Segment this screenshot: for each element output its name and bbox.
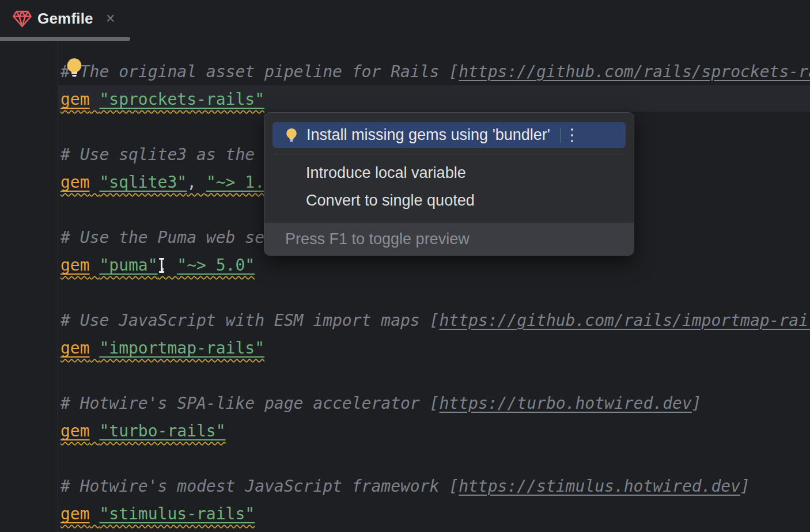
code-text [90, 339, 100, 358]
code-line[interactable]: gem "sqlite3", "~> 1.4" [60, 169, 284, 196]
popup-separator [275, 154, 623, 154]
tab-title: Gemfile [37, 10, 93, 28]
popup-footer-hint: Press F1 to toggle preview [285, 230, 470, 248]
comment-url-link[interactable]: https://github.com/rails/sprockets-rails [459, 62, 810, 81]
popup-footer: Press F1 to toggle preview [264, 223, 634, 255]
code-line[interactable]: gem "puma", "~> 5.0" [60, 252, 255, 279]
code-comment: ] [692, 394, 702, 413]
code-text [90, 90, 100, 109]
code-editor[interactable]: # The original asset pipeline for Rails … [0, 41, 810, 532]
intention-items: Introduce local variableConvert to singl… [264, 159, 634, 214]
code-line[interactable]: gem "stimulus-rails" [60, 500, 255, 528]
code-line[interactable]: # Use JavaScript with ESM import maps [h… [60, 307, 810, 335]
code-line[interactable]: gem "sprockets-rails" [60, 86, 264, 113]
active-tab-underline [0, 37, 130, 41]
code-comment: ] [740, 477, 750, 496]
popup-header-divider [560, 128, 561, 143]
gem-icon [12, 8, 33, 29]
intention-actions-popup: Install missing gems using 'bundler' Int… [264, 112, 634, 256]
tab-close-button[interactable]: × [106, 11, 115, 26]
gem-string: "turbo-rails" [99, 421, 225, 440]
code-comment: # Use JavaScript with ESM import maps [ [60, 311, 439, 330]
code-comment: # The original asset pipeline for Rails … [60, 62, 459, 81]
gem-keyword: gem [60, 256, 90, 275]
intention-action-selected[interactable]: Install missing gems using 'bundler' [272, 122, 626, 148]
code-text [90, 173, 100, 192]
warning-wavy-underline: gem "turbo-rails" [60, 421, 226, 440]
comment-url-link[interactable]: https://turbo.hotwired.dev [439, 394, 691, 413]
tab-gemfile[interactable]: Gemfile × [0, 0, 130, 41]
gem-string: "~> 5.0" [177, 256, 255, 275]
intention-bulb-icon[interactable] [64, 57, 85, 79]
lightbulb-icon [284, 127, 299, 143]
code-text [90, 504, 100, 523]
gem-string: "sqlite3" [99, 173, 187, 192]
intention-action-label: Install missing gems using 'bundler' [306, 126, 550, 144]
code-line[interactable]: gem "importmap-rails" [60, 335, 264, 362]
code-line[interactable]: # The original asset pipeline for Rails … [60, 58, 810, 86]
code-text [90, 256, 100, 275]
code-line[interactable]: gem "turbo-rails" [60, 417, 226, 445]
comment-url-link[interactable]: https://github.com/rails/importmap-rails [439, 311, 810, 330]
comment-url-link[interactable]: https://stimulus.hotwired.dev [459, 477, 740, 496]
warning-wavy-underline: gem "puma", "~> 5.0" [60, 256, 255, 275]
warning-wavy-underline: gem "sqlite3", "~> 1.4" [60, 173, 284, 192]
intention-action-item[interactable]: Convert to single quoted [264, 187, 634, 214]
more-options-button[interactable] [569, 126, 576, 145]
warning-wavy-underline: gem "stimulus-rails" [60, 504, 255, 523]
warning-wavy-underline: gem "importmap-rails" [60, 339, 264, 358]
editor-tab-bar: Gemfile × [0, 0, 810, 41]
gem-keyword: gem [60, 90, 90, 109]
warning-wavy-underline: gem "sprockets-rails" [60, 90, 264, 109]
gem-string: "sprockets-rails" [99, 90, 264, 109]
code-comment: # Hotwire's modest JavaScript framework … [60, 477, 459, 496]
kebab-icon [571, 128, 573, 131]
intention-action-item[interactable]: Introduce local variable [264, 159, 634, 187]
code-text [90, 421, 100, 440]
code-comment: # Hotwire's SPA-like page accelerator [ [60, 394, 439, 413]
code-text: , [187, 173, 206, 192]
gem-keyword: gem [60, 421, 90, 440]
code-line[interactable]: # Hotwire's SPA-like page accelerator [h… [60, 390, 702, 417]
gem-string: "stimulus-rails" [99, 504, 255, 523]
text-cursor [159, 258, 164, 273]
gem-string: "puma" [99, 256, 157, 275]
gem-string: "importmap-rails" [99, 339, 264, 358]
code-line[interactable]: # Hotwire's modest JavaScript framework … [60, 473, 750, 500]
gem-keyword: gem [60, 173, 90, 192]
gem-keyword: gem [60, 339, 90, 358]
gem-keyword: gem [60, 504, 90, 523]
